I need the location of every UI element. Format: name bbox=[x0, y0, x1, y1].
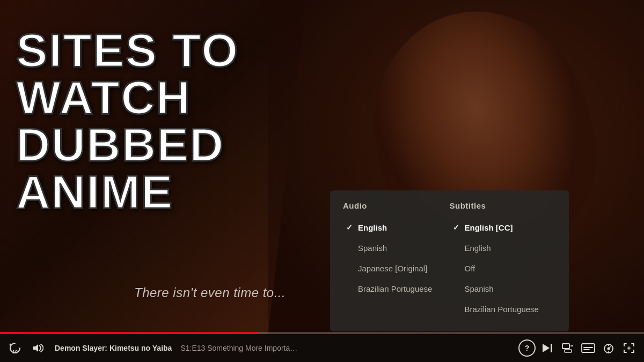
panel-headers: Audio Subtitles bbox=[343, 201, 556, 210]
control-bar: 10 Demon Slayer: Kimetsu no Yaiba S1:E13… bbox=[0, 334, 644, 362]
svg-marker-1 bbox=[543, 344, 550, 352]
audio-column: ✓ English Spanish Japanese [Original] Br… bbox=[343, 218, 450, 319]
title-block: SITES TO WATCH DUBBED ANIME bbox=[16, 27, 274, 216]
page-title: SITES TO WATCH DUBBED ANIME bbox=[16, 27, 274, 216]
subtitles-button[interactable] bbox=[580, 339, 597, 357]
subtitle-option-english-cc[interactable]: ✓ English [CC] bbox=[450, 218, 557, 237]
subtitle-option-off[interactable]: Off bbox=[450, 258, 557, 278]
audio-header: Audio bbox=[343, 201, 450, 210]
subtitle-option-english[interactable]: English bbox=[450, 238, 557, 257]
speed-button[interactable] bbox=[600, 339, 617, 357]
help-button[interactable]: ? bbox=[518, 339, 536, 357]
svg-rect-3 bbox=[562, 344, 569, 349]
svg-rect-2 bbox=[551, 344, 552, 352]
audio-option-english[interactable]: ✓ English bbox=[343, 218, 450, 237]
checkmark-icon: ✓ bbox=[345, 223, 354, 232]
replay-10-button[interactable]: 10 bbox=[6, 339, 24, 357]
video-subtitle: There isn't even time to... bbox=[134, 285, 286, 300]
subtitle-option-spanish[interactable]: Spanish bbox=[450, 279, 557, 298]
audio-option-spanish[interactable]: Spanish bbox=[343, 238, 450, 257]
subtitles-column: ✓ English [CC] English Off Spanish Brazi… bbox=[450, 218, 557, 319]
episodes-button[interactable] bbox=[559, 339, 576, 357]
panel-rows: ✓ English Spanish Japanese [Original] Br… bbox=[343, 218, 556, 319]
subtitles-header: Subtitles bbox=[450, 201, 557, 210]
skip-next-button[interactable] bbox=[539, 339, 556, 357]
show-episode: S1:E13 Something More Important T... bbox=[180, 344, 298, 352]
audio-option-japanese[interactable]: Japanese [Original] bbox=[343, 258, 450, 278]
fullscreen-button[interactable] bbox=[620, 339, 638, 357]
subtitle-option-portuguese[interactable]: Brazilian Portuguese bbox=[450, 299, 557, 319]
svg-rect-6 bbox=[582, 344, 595, 352]
show-title: Demon Slayer: Kimetsu no Yaiba bbox=[55, 344, 172, 352]
volume-button[interactable] bbox=[29, 339, 46, 357]
svg-marker-0 bbox=[33, 344, 38, 352]
audio-option-portuguese[interactable]: Brazilian Portuguese bbox=[343, 279, 450, 298]
right-controls: ? bbox=[518, 339, 638, 357]
svg-rect-4 bbox=[565, 350, 572, 352]
audio-subtitle-panel: Audio Subtitles ✓ English Spanish Japane… bbox=[330, 190, 569, 331]
checkmark-icon: ✓ bbox=[452, 223, 460, 232]
replay-label: 10 bbox=[12, 349, 18, 354]
